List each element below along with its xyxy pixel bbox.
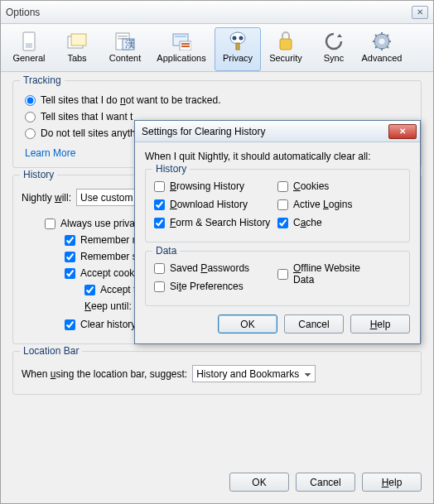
checkbox-cookies[interactable] [277,181,288,192]
security-icon [276,31,296,51]
cancel-button[interactable]: Cancel [296,473,355,492]
category-applications[interactable]: Applications [150,27,213,71]
category-tabs[interactable]: Tabs [54,27,100,71]
category-label: Applications [157,53,205,63]
radio-no-pref[interactable] [25,128,36,139]
clear-history-settings-dialog: Settings for Clearing History ✕ When I q… [134,120,421,344]
offline-data-check[interactable]: Offline WebsiteData [277,262,401,286]
nightly-will-label: Nightly will: [22,192,71,204]
privacy-icon [228,31,248,51]
modal-data-group: Data Saved Passwords Site Preferences Of… [145,251,410,306]
checkbox-cache[interactable] [277,218,288,228]
checkbox-clear-on-close[interactable] [65,319,75,330]
modal-footer: OK Cancel Help [145,314,410,334]
category-general[interactable]: General [6,27,52,71]
advanced-icon [372,31,392,51]
category-label: Security [269,53,302,63]
modal-history-label: History [152,163,190,175]
svg-text:漢: 漢 [125,38,135,50]
modal-ok-button[interactable]: OK [218,314,277,334]
modal-prompt: When I quit Nightly, it should automatic… [145,151,410,162]
locationbar-combo[interactable]: History and Bookmarks [192,365,316,382]
svg-rect-17 [236,43,239,50]
category-label: Advanced [362,53,403,63]
browsing-history-check[interactable]: Browsing History [154,180,277,192]
svg-line-25 [375,35,377,36]
category-label: Sync [324,53,344,63]
checkbox-download-history[interactable] [154,199,165,210]
checkbox-form-search[interactable] [154,218,165,228]
cookies-check[interactable]: Cookies [277,180,401,192]
category-advanced[interactable]: Advanced [359,27,405,71]
svg-point-20 [379,39,385,45]
tracking-opt-do-not-track[interactable]: Tell sites that I do not want to be trac… [25,94,412,106]
category-label: Content [109,53,142,63]
category-sync[interactable]: Sync [311,27,357,71]
category-toolbar: General Tabs 漢 Content Applications Priv… [1,24,433,72]
svg-rect-5 [118,36,128,37]
checkbox-offline-data[interactable] [277,269,288,280]
general-icon [19,31,39,51]
svg-rect-3 [71,34,86,46]
site-preferences-check[interactable]: Site Preferences [154,281,277,292]
dialog-footer: OK Cancel Help [1,464,433,503]
download-history-check[interactable]: Download History [154,199,277,210]
radio-want-track[interactable] [25,112,36,122]
window-title: Options [6,7,412,18]
ok-button[interactable]: OK [229,473,289,492]
svg-rect-13 [181,46,190,47]
category-security[interactable]: Security [263,27,309,71]
help-button[interactable]: Help [362,473,422,492]
checkbox-browsing-history[interactable] [154,181,165,192]
checkbox-remember-browsing[interactable] [65,235,75,246]
cache-check[interactable]: Cache [277,217,401,228]
form-search-history-check[interactable]: Form & Search History [154,217,277,228]
checkbox-accept-third-party[interactable] [84,285,95,295]
modal-data-label: Data [152,245,180,257]
svg-rect-1 [26,43,32,48]
svg-rect-18 [280,39,292,50]
category-content[interactable]: 漢 Content [102,27,148,71]
tabs-icon [67,31,87,51]
modal-cancel-button[interactable]: Cancel [284,314,344,334]
applications-icon [171,31,191,51]
locationbar-prompt: When using the location bar, suggest: [22,368,187,380]
locationbar-group: Location Bar When using the location bar… [12,351,422,395]
saved-passwords-check[interactable]: Saved Passwords [154,262,277,274]
modal-close-button[interactable]: ✕ [388,124,417,139]
checkbox-remember-search[interactable] [65,252,75,262]
checkbox-site-preferences[interactable] [154,281,165,292]
modal-help-button[interactable]: Help [350,314,410,334]
category-label: Privacy [223,53,253,63]
radio-do-not-track[interactable] [25,95,36,106]
checkbox-always-private[interactable] [45,218,55,229]
svg-line-26 [387,46,388,48]
sync-icon [324,31,344,51]
svg-line-28 [375,46,377,48]
modal-titlebar: Settings for Clearing History ✕ [135,121,420,142]
active-logins-check[interactable]: Active Logins [277,199,401,210]
history-label: History [20,169,57,180]
keep-until-label: Keep until: [84,300,132,312]
modal-title: Settings for Clearing History [142,126,388,137]
titlebar: Options ✕ [1,1,433,24]
svg-line-27 [387,35,388,36]
tracking-label: Tracking [20,74,65,86]
svg-rect-12 [181,43,190,45]
svg-rect-10 [175,36,186,37]
category-label: Tabs [67,53,86,63]
locationbar-label: Location Bar [20,345,82,357]
modal-history-group: History Browsing History Download Histor… [145,169,410,242]
content-icon: 漢 [115,31,135,51]
category-label: General [12,53,45,63]
window-close-button[interactable]: ✕ [412,6,428,19]
checkbox-active-logins[interactable] [277,199,288,210]
svg-point-15 [233,36,237,41]
svg-point-16 [239,36,244,41]
tracking-learn-more-link[interactable]: Learn More [25,147,75,159]
category-privacy[interactable]: Privacy [215,27,261,71]
checkbox-saved-passwords[interactable] [154,263,165,274]
checkbox-accept-cookies[interactable] [65,268,75,279]
